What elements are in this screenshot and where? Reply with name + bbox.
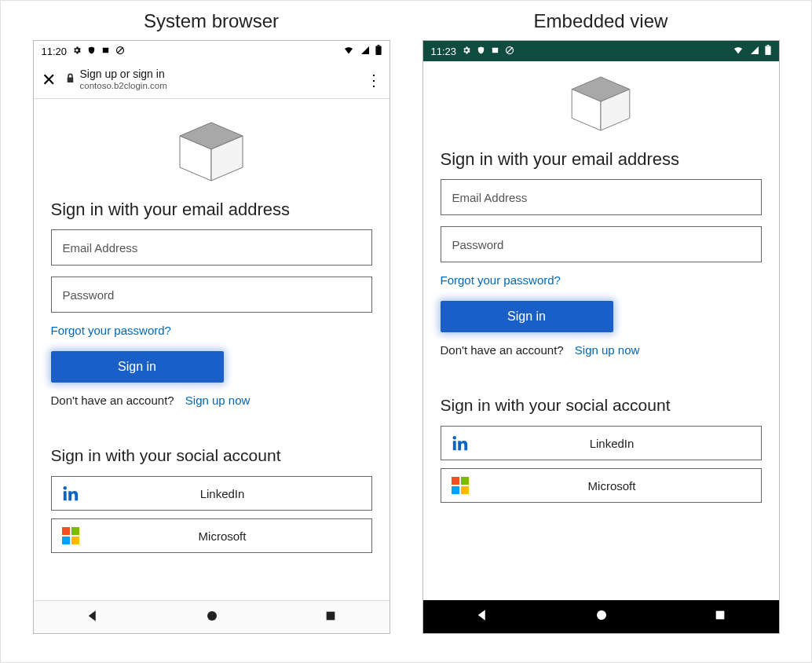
- linkedin-label: LinkedIn: [82, 487, 364, 500]
- phone-frame-right: 11:23 Sign in with your email: [422, 40, 780, 634]
- back-button[interactable]: [86, 609, 100, 626]
- no-sign-icon: [115, 46, 125, 57]
- svg-rect-19: [765, 46, 770, 55]
- svg-point-30: [597, 610, 606, 620]
- password-field[interactable]: Password: [441, 226, 762, 262]
- android-status-bar: 11:23: [423, 41, 779, 61]
- cube-icon: [565, 72, 637, 135]
- svg-rect-15: [326, 611, 335, 620]
- svg-rect-29: [461, 486, 469, 494]
- lock-icon: [65, 72, 75, 87]
- microsoft-button[interactable]: Microsoft: [441, 468, 762, 503]
- close-icon[interactable]: ✕: [42, 70, 56, 90]
- browser-chrome: ✕ Sign up or sign in contoso.b2clogin.co…: [34, 61, 390, 99]
- signin-button[interactable]: Sign in: [51, 351, 224, 383]
- email-field[interactable]: Email Address: [51, 229, 372, 266]
- email-field[interactable]: Email Address: [441, 179, 762, 215]
- svg-rect-11: [71, 527, 79, 535]
- svg-rect-0: [103, 47, 108, 52]
- overview-button[interactable]: [324, 610, 337, 625]
- linkedin-button[interactable]: LinkedIn: [441, 426, 762, 460]
- android-status-bar: 11:20: [34, 41, 390, 61]
- battery-icon: [765, 45, 771, 57]
- signin-heading: Sign in with your email address: [441, 149, 762, 170]
- linkedin-icon: [60, 485, 82, 502]
- address-bar[interactable]: Sign up or sign in contoso.b2clogin.com: [65, 68, 357, 90]
- app-logo: [441, 72, 762, 135]
- back-button[interactable]: [475, 608, 489, 625]
- android-nav-bar: [34, 600, 390, 633]
- status-time: 11:20: [42, 46, 68, 57]
- overview-button[interactable]: [714, 609, 726, 625]
- svg-rect-13: [71, 537, 79, 544]
- social-heading: Sign in with your social account: [441, 396, 762, 415]
- svg-rect-16: [492, 47, 498, 52]
- shield-icon: [477, 46, 485, 57]
- gear-icon: [462, 46, 471, 57]
- social-heading: Sign in with your social account: [51, 446, 372, 465]
- svg-rect-4: [377, 45, 379, 46]
- android-nav-bar: [423, 600, 779, 633]
- linkedin-button[interactable]: LinkedIn: [51, 476, 372, 511]
- signup-row: Don't have an account? Sign up now: [51, 394, 372, 407]
- signin-page: Sign in with your email address Email Ad…: [34, 99, 390, 600]
- wifi-icon: [342, 46, 355, 57]
- svg-line-18: [507, 47, 513, 53]
- microsoft-icon: [449, 477, 471, 494]
- signin-page: Sign in with your email address Email Ad…: [423, 61, 779, 600]
- phone-frame-left: 11:20 ✕ Sign up or sign in contoso.b2clo…: [33, 40, 390, 634]
- signal-icon: [750, 46, 759, 57]
- svg-rect-27: [461, 477, 469, 485]
- column-title: System browser: [144, 10, 279, 32]
- gear-icon: [72, 46, 82, 57]
- status-time: 11:23: [431, 46, 457, 57]
- svg-point-25: [452, 436, 455, 439]
- signup-link[interactable]: Sign up now: [575, 343, 640, 357]
- overflow-menu-icon[interactable]: ⋮: [366, 71, 382, 90]
- svg-rect-8: [63, 491, 66, 500]
- forgot-password-link[interactable]: Forgot your password?: [51, 324, 372, 337]
- svg-point-9: [63, 486, 66, 489]
- signin-heading: Sign in with your email address: [51, 200, 372, 220]
- battery-icon: [375, 45, 382, 57]
- signup-link[interactable]: Sign up now: [185, 394, 251, 407]
- no-account-text: Don't have an account?: [441, 343, 564, 357]
- signup-row: Don't have an account? Sign up now: [441, 343, 762, 357]
- card-icon: [101, 46, 110, 57]
- no-account-text: Don't have an account?: [51, 394, 174, 407]
- column-title: Embedded view: [534, 10, 668, 32]
- svg-point-14: [207, 611, 217, 621]
- home-button[interactable]: [205, 609, 219, 626]
- svg-rect-3: [375, 46, 381, 55]
- app-logo: [51, 118, 372, 185]
- password-field[interactable]: Password: [51, 277, 372, 313]
- svg-rect-28: [452, 486, 459, 494]
- card-icon: [491, 46, 499, 57]
- page-url: contoso.b2clogin.com: [80, 81, 167, 91]
- microsoft-label: Microsoft: [471, 479, 753, 493]
- svg-rect-20: [766, 45, 769, 46]
- cube-icon: [172, 118, 251, 185]
- microsoft-button[interactable]: Microsoft: [51, 518, 372, 553]
- no-sign-icon: [505, 46, 514, 57]
- system-browser-column: System browser 11:20 ✕ Sign up: [33, 10, 390, 647]
- microsoft-label: Microsoft: [82, 529, 364, 543]
- page-title: Sign up or sign in: [80, 68, 167, 80]
- home-button[interactable]: [594, 608, 609, 625]
- svg-rect-10: [62, 527, 70, 535]
- svg-rect-26: [452, 477, 459, 485]
- svg-rect-31: [715, 611, 724, 620]
- linkedin-label: LinkedIn: [471, 437, 753, 450]
- shield-icon: [87, 46, 96, 57]
- microsoft-icon: [60, 527, 82, 544]
- wifi-icon: [732, 46, 744, 57]
- svg-rect-12: [62, 537, 70, 544]
- signal-icon: [360, 46, 370, 57]
- signin-button[interactable]: Sign in: [441, 301, 613, 332]
- embedded-view-column: Embedded view 11:23: [422, 10, 780, 647]
- linkedin-icon: [449, 434, 471, 452]
- svg-line-2: [118, 47, 123, 53]
- svg-rect-24: [452, 441, 455, 450]
- forgot-password-link[interactable]: Forgot your password?: [441, 273, 762, 287]
